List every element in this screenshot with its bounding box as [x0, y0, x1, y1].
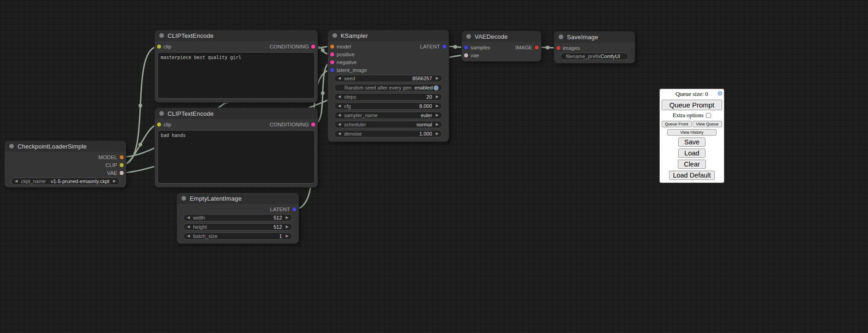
input-slot-latent-image[interactable] [330, 68, 334, 72]
input-slot-vae[interactable] [464, 53, 468, 57]
input-row-negative: negative [328, 58, 449, 66]
node-collapse-dot-icon[interactable] [332, 33, 337, 38]
node-collapse-dot-icon[interactable] [159, 33, 164, 38]
output-slot-image[interactable] [535, 45, 539, 49]
decrement-arrow-icon[interactable]: ◀ [187, 216, 190, 220]
steps-number-widget[interactable]: ◀ steps 20 ▶ [334, 93, 442, 101]
input-slot-images[interactable] [556, 46, 561, 50]
scheduler-combo-widget[interactable]: ◀ scheduler normal ▶ [334, 121, 442, 128]
view-history-button[interactable]: View History [667, 129, 717, 136]
increment-arrow-icon[interactable]: ▶ [286, 234, 289, 238]
ckpt-name-combo-widget[interactable]: ◀ ckpt_name v1-5-pruned-emaonly.ckpt ▶ [11, 178, 120, 185]
node-title-bar[interactable]: CheckpointLoaderSimple [5, 141, 126, 152]
node-title-bar[interactable]: KSampler [328, 30, 449, 41]
node-title: SaveImage [567, 34, 598, 41]
output-row-vae: VAE [5, 169, 126, 177]
output-label: MODEL [98, 155, 117, 160]
toggle-on-icon[interactable] [434, 85, 439, 90]
output-slot-conditioning[interactable] [311, 122, 315, 126]
increment-arrow-icon[interactable]: ▶ [436, 95, 439, 99]
node-collapse-dot-icon[interactable] [159, 111, 164, 116]
decrement-arrow-icon[interactable]: ◀ [338, 123, 341, 126]
clear-button[interactable]: Clear [678, 160, 706, 169]
increment-arrow-icon[interactable]: ▶ [436, 77, 439, 80]
node-title: EmptyLatentImage [190, 195, 241, 202]
input-slot-model[interactable] [330, 44, 334, 48]
increment-arrow-icon[interactable]: ▶ [436, 104, 439, 108]
decrement-arrow-icon[interactable]: ◀ [338, 77, 341, 80]
decrement-arrow-icon[interactable]: ◀ [187, 225, 190, 229]
output-label: CLIP [105, 162, 117, 168]
prompt-text-input[interactable]: masterpiece best quality girl [157, 52, 315, 99]
node-title-bar[interactable]: CLIPTextEncode [155, 30, 318, 41]
increment-arrow-icon[interactable]: ▶ [286, 225, 289, 229]
decrement-arrow-icon[interactable]: ◀ [15, 179, 18, 183]
queue-prompt-button[interactable]: Queue Prompt [662, 100, 722, 110]
output-row-latent: LATENT [177, 205, 299, 213]
input-slot-negative[interactable] [330, 60, 334, 64]
input-label: vae [470, 53, 479, 58]
decrement-arrow-icon[interactable]: ◀ [338, 104, 341, 108]
output-row-clip: CLIP [5, 161, 126, 169]
node-title-bar[interactable]: SaveImage [554, 31, 635, 42]
random-seed-toggle-widget[interactable]: Random seed after every gen enabled [334, 84, 442, 91]
input-label: positive [337, 52, 355, 57]
settings-gear-icon[interactable]: ⚙ [717, 90, 723, 97]
node-title-bar[interactable]: EmptyLatentImage [177, 193, 299, 204]
input-slot-clip[interactable] [157, 122, 161, 126]
input-row-vae: vae [462, 51, 541, 59]
save-button[interactable]: Save [678, 137, 705, 147]
sampler-name-combo-widget[interactable]: ◀ sampler_name euler ▶ [334, 112, 442, 119]
input-slot-samples[interactable] [464, 45, 468, 49]
extra-options-row: Extra options [662, 112, 722, 119]
height-number-widget[interactable]: ◀ height 512 ▶ [183, 223, 292, 231]
seed-number-widget[interactable]: ◀ seed 8566257 ▶ [334, 75, 442, 82]
increment-arrow-icon[interactable]: ▶ [286, 216, 289, 220]
load-default-button[interactable]: Load Default [669, 171, 714, 180]
queue-buttons-row: Queue Front View Queue [662, 121, 722, 127]
width-number-widget[interactable]: ◀ width 512 ▶ [183, 214, 292, 221]
node-collapse-dot-icon[interactable] [181, 196, 186, 201]
node-collapse-dot-icon[interactable] [466, 34, 471, 39]
widget-value: 8.000 [419, 103, 432, 109]
output-slot-vae[interactable] [120, 171, 124, 175]
decrement-arrow-icon[interactable]: ◀ [187, 234, 190, 238]
output-slot-latent[interactable] [442, 44, 446, 48]
graph-canvas[interactable]: CheckpointLoaderSimple MODEL CLIP VAE ◀ … [0, 0, 868, 333]
decrement-arrow-icon[interactable]: ◀ [338, 95, 341, 99]
output-slot-model[interactable] [120, 155, 124, 159]
output-slot-conditioning[interactable] [311, 44, 315, 48]
node-collapse-dot-icon[interactable] [559, 35, 563, 39]
node-title-bar[interactable]: VAEDecode [462, 31, 541, 42]
output-row-model: MODEL [5, 153, 126, 161]
filename-prefix-text-widget[interactable]: filename_prefix ComfyUI [561, 53, 628, 60]
widget-value: euler [421, 113, 432, 118]
input-slot-clip[interactable] [157, 44, 161, 48]
decrement-arrow-icon[interactable]: ◀ [338, 132, 341, 136]
view-queue-button[interactable]: View Queue [693, 121, 723, 127]
node-collapse-dot-icon[interactable] [9, 144, 14, 149]
output-slot-clip[interactable] [120, 163, 124, 167]
queue-front-button[interactable]: Queue Front [662, 121, 692, 127]
increment-arrow-icon[interactable]: ▶ [436, 132, 439, 136]
node-body: model LATENT positive negative latent_im… [328, 41, 449, 142]
decrement-arrow-icon[interactable]: ◀ [338, 113, 341, 117]
input-label: latent_image [337, 67, 367, 73]
input-row-latent-image: latent_image [328, 66, 449, 74]
extra-options-checkbox[interactable] [706, 113, 711, 118]
increment-arrow-icon[interactable]: ▶ [436, 123, 439, 126]
cfg-number-widget[interactable]: ◀ cfg 8.000 ▶ [334, 102, 442, 110]
load-button[interactable]: Load [678, 149, 705, 158]
input-slot-positive[interactable] [330, 52, 334, 56]
node-title-bar[interactable]: CLIPTextEncode [155, 108, 318, 119]
queue-size-row: Queue size: 0 ⚙ [662, 90, 722, 98]
output-slot-latent[interactable] [292, 207, 296, 211]
denoise-number-widget[interactable]: ◀ denoise 1.000 ▶ [334, 130, 442, 137]
batch-size-number-widget[interactable]: ◀ batch_size 1 ▶ [183, 232, 292, 240]
increment-arrow-icon[interactable]: ▶ [436, 113, 439, 117]
prompt-text-input[interactable]: bad hands [157, 130, 315, 184]
widget-value: 8566257 [412, 76, 432, 81]
input-label: samples [470, 45, 490, 50]
increment-arrow-icon[interactable]: ▶ [113, 179, 116, 183]
widget-label: filename_prefix [566, 54, 601, 59]
